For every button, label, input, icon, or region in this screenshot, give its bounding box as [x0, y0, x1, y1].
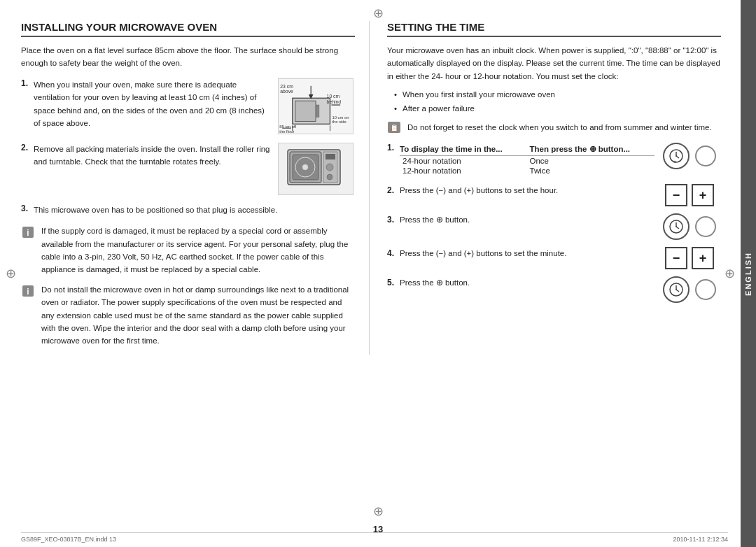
install-step-3: 3. This microwave oven has to be positio…	[21, 204, 355, 216]
step3-text: Press the ⊕ button.	[400, 213, 470, 226]
circle-button-1[interactable]	[695, 145, 716, 166]
clock-button-1[interactable]: ⊕	[663, 143, 690, 169]
turntable-image	[278, 143, 355, 195]
rhs-step-1: 1. To display the time in the...	[387, 143, 721, 178]
svg-text:the floor: the floor	[279, 129, 294, 134]
step2-image: − +	[654, 184, 721, 206]
left-compass-icon: ⊕	[6, 266, 16, 281]
step3-text: This microwave oven has to be positioned…	[34, 204, 355, 216]
install-step-2: 2. Remove all packing materials inside t…	[21, 143, 355, 195]
row1-col2: Once	[527, 156, 654, 166]
bullet-1: When you first install your microwave ov…	[394, 88, 721, 102]
step3-left: 3. Press the ⊕ button.	[387, 213, 654, 226]
svg-text:behind: behind	[327, 99, 342, 104]
step1-image: ⊕	[654, 143, 721, 169]
svg-point-34	[676, 155, 677, 157]
right-column: SETTING THE TIME Your microwave oven has…	[370, 21, 721, 355]
svg-text:i: i	[27, 287, 29, 297]
step5-left: 5. Press the ⊕ button.	[387, 276, 654, 289]
install-step-1: 1. When you install your oven, make sure…	[21, 78, 355, 134]
svg-text:23 cm: 23 cm	[280, 83, 293, 88]
table-row: 24-hour notation Once	[400, 156, 654, 166]
row2-col1: 12-hour notation	[400, 166, 527, 176]
row1-col1: 24-hour notation	[400, 156, 527, 166]
step2-left: 2. Press the (−) and (+) buttons to set …	[387, 184, 654, 197]
clock-button-2[interactable]	[663, 213, 690, 240]
minus-button-1[interactable]: −	[665, 184, 687, 206]
svg-text:10 cm on: 10 cm on	[332, 115, 349, 119]
svg-rect-2	[316, 105, 319, 118]
svg-text:📋: 📋	[390, 123, 399, 132]
svg-point-23	[326, 164, 333, 171]
circle-button-3[interactable]	[695, 279, 716, 300]
plus-button-2[interactable]: +	[692, 247, 714, 269]
step2-num: 2.	[387, 185, 400, 195]
svg-text:⊕: ⊕	[673, 159, 676, 164]
english-label: ENGLISH	[744, 252, 752, 296]
bullet-list: When you first install your microwave ov…	[387, 88, 721, 115]
step3-label-num: 3.	[387, 215, 400, 225]
svg-rect-1	[295, 101, 316, 121]
display-time-table: To display the time in the... Then press…	[400, 143, 654, 176]
svg-point-20	[302, 164, 308, 170]
step2-text: Press the (−) and (+) buttons to set the…	[400, 184, 558, 197]
svg-point-43	[676, 289, 677, 290]
row2-col2: Twice	[527, 166, 654, 176]
left-section-title: INSTALLING YOUR MICROWAVE OVEN	[21, 21, 355, 37]
step2-num: 2.	[21, 143, 34, 152]
svg-text:above: above	[280, 89, 293, 94]
english-sidebar: ENGLISH	[741, 0, 756, 547]
col1-header: To display the time in the...	[400, 143, 527, 156]
warning-1-text: If the supply cord is damaged, it must b…	[41, 225, 355, 276]
right-compass-icon: ⊕	[724, 266, 735, 281]
page: ⊕ ⊕ ⊕ INSTALLING YOUR MICROWAVE OVEN Pla…	[0, 0, 756, 547]
rhs-step-4: 4. Press the (−) and (+) buttons to set …	[387, 247, 721, 269]
table-row: 12-hour notation Twice	[400, 166, 654, 176]
top-compass-icon: ⊕	[373, 6, 384, 21]
warning-icon-2: i	[21, 284, 38, 301]
clock-button-3[interactable]	[663, 276, 690, 303]
step2-text: Remove all packing materials inside the …	[34, 143, 272, 169]
minus-plus-buttons-2: − +	[665, 247, 714, 269]
step1-num: 1.	[21, 78, 34, 88]
step1-left: 1. To display the time in the...	[387, 143, 654, 178]
svg-text:the side: the side	[332, 120, 346, 124]
rhs-intro: Your microwave oven has an inbuilt clock…	[387, 44, 721, 83]
col2-header: Then press the ⊕ button...	[527, 143, 654, 156]
step5-text: Press the ⊕ button.	[400, 276, 470, 289]
step3-num: 3.	[21, 204, 34, 213]
step4-left: 4. Press the (−) and (+) buttons to set …	[387, 247, 654, 260]
warning-1: i If the supply cord is damaged, it must…	[21, 225, 355, 276]
note-icon: 📋	[387, 121, 404, 136]
bullet-2: After a power failure	[394, 102, 721, 116]
rhs-step-3: 3. Press the ⊕ button.	[387, 213, 721, 240]
vent-diagram-box: 23 cm above 10 cm behind 85 cm off the f	[278, 78, 354, 134]
svg-rect-22	[326, 154, 335, 159]
svg-point-24	[327, 174, 332, 180]
note-box: 📋 Do not forget to reset the clock when …	[387, 121, 721, 136]
right-section-title: SETTING THE TIME	[387, 21, 721, 37]
svg-text:10 cm: 10 cm	[327, 94, 340, 99]
left-intro-text: Place the oven on a flat level surface 8…	[21, 44, 355, 70]
svg-text:i: i	[27, 228, 29, 238]
ventilation-diagram: 23 cm above 10 cm behind 85 cm off the f	[278, 78, 355, 134]
svg-text:85 cm off: 85 cm off	[279, 125, 296, 129]
minus-button-2[interactable]: −	[665, 247, 687, 269]
warning-2-text: Do not install the microwave oven in hot…	[41, 283, 355, 348]
bottom-compass-icon: ⊕	[373, 504, 384, 519]
step1-table-wrapper: To display the time in the... Then press…	[400, 143, 654, 176]
note-text: Do not forget to reset the clock when yo…	[407, 121, 712, 134]
step1-label-num: 1.	[387, 143, 400, 176]
step4-text: Press the (−) and (+) buttons to set the…	[400, 247, 566, 260]
circle-button-2[interactable]	[695, 216, 716, 237]
minus-plus-buttons-1: − +	[665, 184, 714, 206]
footer-right: 2010-11-11 2:12:34	[673, 536, 728, 543]
step5-image	[654, 276, 721, 303]
rhs-step-2: 2. Press the (−) and (+) buttons to set …	[387, 184, 721, 206]
main-content: INSTALLING YOUR MICROWAVE OVEN Place the…	[0, 0, 756, 397]
footer: GS89F_XEO-03817B_EN.indd 13 2010-11-11 2…	[21, 532, 728, 543]
plus-button-1[interactable]: +	[692, 184, 714, 206]
step1-text: When you install your oven, make sure th…	[34, 78, 272, 130]
step4-num: 4.	[387, 248, 400, 258]
microwave-illustration	[278, 143, 354, 195]
